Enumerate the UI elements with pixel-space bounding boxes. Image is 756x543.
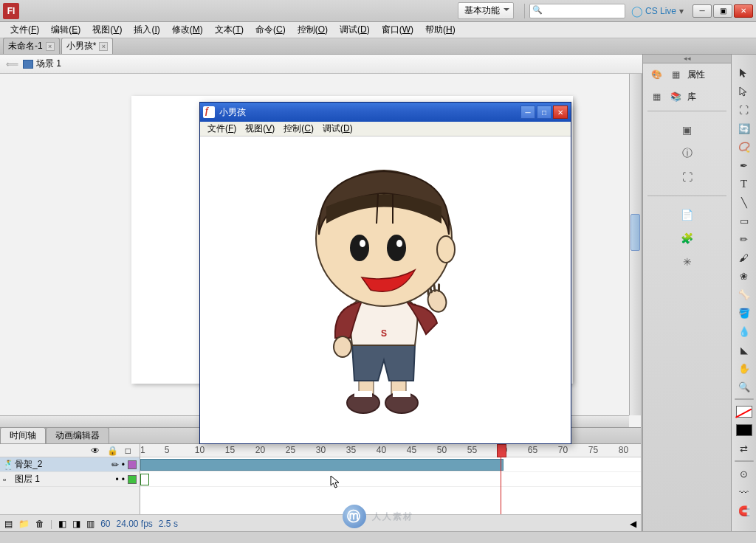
boy-character: S xyxy=(282,153,489,426)
scene-label: 场景 1 xyxy=(36,58,61,70)
hand-tool[interactable]: ✋ xyxy=(735,360,753,376)
smooth-icon[interactable]: 〰 xyxy=(735,484,753,500)
maximize-button[interactable]: ▣ xyxy=(713,4,732,18)
player-menu-item[interactable]: 文件(F) xyxy=(203,121,241,136)
player-minimize-button[interactable]: ─ xyxy=(520,106,535,119)
doc-tab[interactable]: 小男孩*× xyxy=(61,38,114,54)
menu-v[interactable]: 视图(V) xyxy=(86,21,128,38)
elapsed-time: 2.5 s xyxy=(159,519,178,529)
menu-w[interactable]: 窗口(W) xyxy=(376,21,419,38)
search-input[interactable] xyxy=(529,4,625,18)
app-titlebar: Fl 基本功能 CS Live▾ ─ ▣ ✕ xyxy=(0,0,756,22)
player-maximize-button[interactable]: □ xyxy=(537,106,551,119)
zoom-tool[interactable]: 🔍 xyxy=(735,378,753,395)
menu-f[interactable]: 文件(F) xyxy=(4,21,45,38)
playhead[interactable] xyxy=(501,444,501,514)
player-menu-item[interactable]: 控制(C) xyxy=(279,121,318,136)
svg-rect-5 xyxy=(393,391,410,397)
selection-tool[interactable] xyxy=(735,65,753,81)
swap-colors-icon[interactable]: ⇄ xyxy=(735,440,753,457)
right-dock: ◂◂ 🎨▦属性 ▦📚库 ▣ ⓘ ⛶ 📄 🧩 ✳ xyxy=(642,55,731,531)
main-menubar: 文件(F)编辑(E)视图(V)插入(I)修改(M)文本(T)命令(C)控制(O)… xyxy=(0,22,756,38)
player-menu-item[interactable]: 视图(V) xyxy=(241,121,279,136)
eraser-tool[interactable]: ◣ xyxy=(735,342,753,358)
svg-point-14 xyxy=(396,240,402,247)
eyedropper-tool[interactable]: 💧 xyxy=(735,323,753,339)
stroke-color[interactable] xyxy=(735,404,753,420)
workspace-dropdown[interactable]: 基本功能 xyxy=(458,2,514,19)
layer-list: 👁🔒□ 🕺骨架_2✏•▫图层 1•• xyxy=(0,444,140,514)
text-tool[interactable]: T xyxy=(735,176,753,192)
close-button[interactable]: ✕ xyxy=(734,4,753,18)
snap-icon[interactable]: ⊙ xyxy=(735,466,753,482)
line-tool[interactable]: ╲ xyxy=(735,194,753,210)
player-titlebar[interactable]: 小男孩 ─ □ ✕ xyxy=(200,103,571,122)
stage-scroll-vertical[interactable] xyxy=(629,74,641,415)
doc-tab[interactable]: 未命名-1× xyxy=(3,38,60,54)
current-frame: 60 xyxy=(100,519,110,529)
motion-presets-icon[interactable]: ✳ xyxy=(678,254,696,270)
3d-rotation-tool[interactable]: 🔄 xyxy=(735,120,753,136)
status-bar xyxy=(0,531,756,543)
layer-frames-row[interactable] xyxy=(140,472,641,487)
onion-skin-icon[interactable]: ◧ xyxy=(58,519,66,529)
paint-icon: 🎨 xyxy=(649,68,664,81)
new-layer-icon[interactable]: ▤ xyxy=(4,519,13,529)
bone-tool[interactable]: 🦴 xyxy=(735,286,753,302)
svg-point-6 xyxy=(334,336,351,357)
pen-tool[interactable]: ✒ xyxy=(735,157,753,173)
player-menu-item[interactable]: 调试(D) xyxy=(318,121,357,136)
paint-bucket-tool[interactable]: 🪣 xyxy=(735,305,753,321)
pencil-tool[interactable]: ✏ xyxy=(735,231,753,247)
cslive-button[interactable]: CS Live▾ xyxy=(631,5,684,17)
timeline-tab[interactable]: 时间轴 xyxy=(0,427,46,443)
flash-player-icon xyxy=(203,106,215,118)
toolbox: ⛶ 🔄 📿 ✒ T ╲ ▭ ✏ 🖌 ❀ 🦴 🪣 💧 ◣ ✋ 🔍 ⇄ ⊙ 〰 🧲 xyxy=(731,55,756,531)
lasso-tool[interactable]: 📿 xyxy=(735,139,753,155)
grid-icon: ▦ xyxy=(649,90,664,103)
menu-d[interactable]: 调试(D) xyxy=(334,21,376,38)
delete-layer-icon[interactable]: 🗑 xyxy=(35,519,44,529)
menu-i[interactable]: 插入(I) xyxy=(128,21,165,38)
code-snippets-icon[interactable]: 📄 xyxy=(678,207,696,223)
timeline-tab[interactable]: 动画编辑器 xyxy=(46,427,109,443)
player-menubar: 文件(F)视图(V)控制(C)调试(D) xyxy=(200,122,571,136)
brush-tool[interactable]: 🖌 xyxy=(735,249,753,266)
document-tabs: 未命名-1×小男孩*× xyxy=(0,38,756,55)
transform-icon[interactable]: ⛶ xyxy=(678,169,696,185)
dock-collapse[interactable]: ◂◂ xyxy=(643,55,731,63)
player-close-button[interactable]: ✕ xyxy=(553,106,568,119)
layer-row[interactable]: ▫图层 1•• xyxy=(0,472,140,487)
layer-frames-row[interactable] xyxy=(140,457,641,472)
layer-row[interactable]: 🕺骨架_2✏• xyxy=(0,457,140,472)
menu-e[interactable]: 编辑(E) xyxy=(45,21,86,38)
magnet-icon[interactable]: 🧲 xyxy=(735,502,753,519)
menu-h[interactable]: 帮助(H) xyxy=(419,21,461,38)
swf-player-window[interactable]: 小男孩 ─ □ ✕ 文件(F)视图(V)控制(C)调试(D) xyxy=(199,102,571,444)
close-tab-icon[interactable]: × xyxy=(99,42,108,51)
subselection-tool[interactable] xyxy=(735,83,753,100)
close-tab-icon[interactable]: × xyxy=(46,42,55,51)
fill-color[interactable] xyxy=(735,422,753,438)
components-icon[interactable]: 🧩 xyxy=(678,230,696,246)
info-icon[interactable]: ⓘ xyxy=(678,145,696,162)
menu-o[interactable]: 控制(O) xyxy=(292,21,334,38)
library-panel-button[interactable]: ▦📚库 xyxy=(643,86,731,108)
edit-multi-icon[interactable]: ▥ xyxy=(86,519,94,529)
free-transform-tool[interactable]: ⛶ xyxy=(735,102,753,118)
new-folder-icon[interactable]: 📁 xyxy=(18,519,30,529)
minimize-button[interactable]: ─ xyxy=(693,4,712,18)
properties-panel-button[interactable]: 🎨▦属性 xyxy=(643,63,731,86)
rectangle-tool[interactable]: ▭ xyxy=(735,212,753,229)
deco-tool[interactable]: ❀ xyxy=(735,268,753,284)
back-icon[interactable]: ⟸ xyxy=(6,59,18,69)
menu-c[interactable]: 命令(C) xyxy=(250,21,292,38)
menu-m[interactable]: 修改(M) xyxy=(166,21,209,38)
svg-point-10 xyxy=(437,236,455,263)
app-logo: Fl xyxy=(3,3,19,19)
menu-t[interactable]: 文本(T) xyxy=(209,21,250,38)
frame-area[interactable]: 15101520253035404550556065707580 xyxy=(140,444,641,514)
onion-outline-icon[interactable]: ◨ xyxy=(72,519,80,529)
scene-icon xyxy=(23,60,33,69)
align-icon[interactable]: ▣ xyxy=(678,122,696,138)
